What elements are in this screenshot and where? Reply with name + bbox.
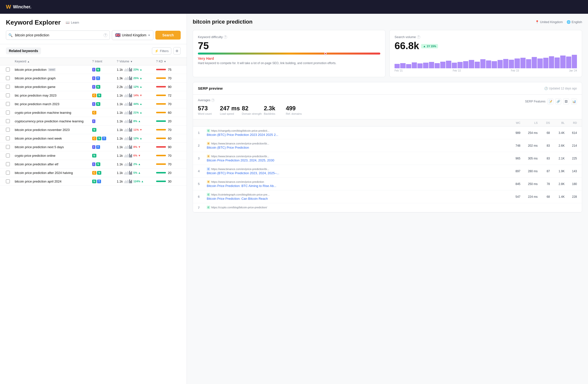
kd-bar: [156, 163, 166, 165]
average-item: 2.3k Backlinks: [264, 105, 284, 115]
volume-trend: 124% ▲: [133, 180, 144, 183]
row-checkbox[interactable]: [6, 171, 10, 175]
serp-rd: 228: [565, 195, 577, 199]
row-checkbox[interactable]: [6, 136, 10, 140]
kd-number: 30: [168, 180, 171, 183]
serp-feature-icon-1[interactable]: 📝: [547, 99, 553, 104]
right-panel: bitcoin price prediction 📍 United Kingdo…: [187, 14, 588, 384]
avg-value: 247 ms: [220, 105, 240, 112]
serp-results-list: 1 C https://changelly.com/blog/bitcoin-p…: [193, 126, 582, 212]
serp-domain: B https://www.binance.com/en/price-predi…: [207, 155, 506, 158]
serp-ls: 250 ms: [520, 182, 538, 186]
row-checkbox[interactable]: [6, 154, 10, 158]
chart-bar: [480, 59, 485, 68]
row-checkbox[interactable]: [6, 76, 10, 80]
volume-trend: 6% ▼: [133, 154, 141, 157]
help-icon-intent: ?: [92, 60, 94, 63]
chart-bar: [406, 64, 411, 68]
table-row: bitcoin price prediction game IN 2.2k 12…: [0, 82, 187, 91]
chart-bar: [532, 57, 537, 68]
volume-cell: 1.1k 124% ▲: [117, 179, 156, 183]
row-checkbox[interactable]: [6, 68, 10, 72]
row-checkbox[interactable]: [6, 93, 10, 97]
intent-badge: N: [97, 137, 101, 140]
kd-number: 70: [168, 154, 171, 158]
serp-link[interactable]: Bitcoin Price Prediction: BTC Aiming to …: [207, 184, 506, 188]
volume-cell: 1.1k 21% ▲: [117, 111, 156, 115]
intent-badge: T: [97, 180, 101, 183]
serp-link[interactable]: Bitcoin (BTC) Price Prediction 2023, 202…: [207, 171, 506, 175]
search-help-icon[interactable]: ?: [104, 33, 107, 37]
serp-feature-icon-3[interactable]: 🖼: [563, 99, 569, 104]
search-button[interactable]: Search: [155, 31, 181, 40]
table-row: bitcoin price prediction after 2024 halv…: [0, 168, 187, 177]
serp-ls: 224 ms: [520, 195, 538, 199]
serp-link[interactable]: Bitcoin Price Prediction: Can Bitcoin Re…: [207, 197, 506, 201]
volume-trend: 14% ▼: [133, 94, 142, 97]
search-input[interactable]: [6, 30, 110, 40]
volume-bars: [124, 162, 132, 166]
serp-feature-icon-2[interactable]: 🔗: [555, 99, 561, 104]
table-row: bitcoin price prediction next 5 days IT …: [0, 143, 187, 151]
filters-label: Filters: [160, 49, 169, 53]
row-checkbox[interactable]: [6, 145, 10, 149]
favicon: C: [207, 206, 210, 209]
keyword-cell: crypto price prediction machine learning: [15, 111, 92, 115]
main-layout: Keyword Explorer 📖 Learn 🔍 ? 🇬🇧 United K…: [0, 14, 588, 384]
col-keyword[interactable]: Keyword ▲: [15, 60, 92, 63]
row-checkbox[interactable]: [6, 128, 10, 132]
col-volume[interactable]: ? Volume ▼: [117, 60, 156, 63]
sv-help-icon[interactable]: ?: [417, 35, 420, 39]
kd-number: 20: [168, 171, 171, 175]
intent-badge: I: [92, 145, 95, 149]
keyword-text: bitcoin price prediction april 2024: [15, 180, 62, 183]
table-row: bitcoin price prediction after etf IN 1.…: [0, 160, 187, 168]
volume-cell: 1.1k 2% ▲: [117, 162, 156, 166]
intent-badge: C: [92, 111, 96, 115]
kd-bar: [156, 181, 166, 182]
serp-header: SERP preview 🕐 Updated 12 days ago: [193, 82, 582, 95]
row-checkbox[interactable]: [6, 179, 10, 183]
volume-number: 1.1k: [117, 111, 123, 115]
serp-ds: 83: [538, 157, 550, 160]
keyword-cell: bitcoin price prediction november 2023: [15, 128, 92, 132]
learn-button[interactable]: 📖 Learn: [64, 20, 81, 25]
volume-number: 1.1k: [117, 171, 123, 175]
averages-row: Averages ? 573 Word count 247 ms Load sp…: [193, 95, 582, 120]
table-row: bitcoin price prediction graph IT 1.3k 2…: [0, 74, 187, 82]
serp-link[interactable]: Bitcoin (BTC) Price Prediction: [207, 146, 506, 149]
serp-ls: 305 ms: [520, 157, 538, 160]
kd-cell: 90: [156, 145, 181, 149]
chart-bar: [486, 61, 491, 68]
kd-help-icon[interactable]: ?: [224, 35, 227, 39]
query-title: bitcoin price prediction: [193, 19, 252, 25]
row-checkbox[interactable]: [6, 162, 10, 166]
row-checkbox[interactable]: [6, 102, 10, 106]
serp-link[interactable]: Bitcoin (BTC) Price Prediction 2023 2024…: [207, 133, 506, 137]
volume-cell: 1.1k 23% ▲: [117, 68, 156, 72]
filters-button[interactable]: ⚡ Filters: [152, 47, 171, 55]
serp-ls: 254 ms: [520, 131, 538, 135]
volume-bars: [124, 154, 132, 158]
sort-icon: ▲: [27, 60, 30, 63]
avg-help-icon[interactable]: ?: [211, 99, 215, 102]
country-selector[interactable]: 🇬🇧 United Kingdom ▼: [112, 30, 154, 40]
location-meta: 📍 United Kingdom: [535, 20, 563, 24]
serp-feature-icon-4[interactable]: 📊: [571, 99, 577, 104]
col-kd[interactable]: ? KD ▼: [156, 60, 181, 63]
settings-button[interactable]: ⚙: [173, 47, 181, 55]
serp-rank: 7: [198, 206, 207, 210]
kd-bar: [156, 86, 166, 87]
serp-col-ds: DS: [538, 121, 550, 124]
kd-number: 72: [168, 94, 171, 97]
row-checkbox[interactable]: [6, 111, 10, 115]
serp-link[interactable]: Bitcoin Price Prediction 2023, 2024, 202…: [207, 159, 506, 162]
col-intent[interactable]: ? Intent: [92, 60, 117, 63]
volume-bars: [124, 145, 132, 149]
row-checkbox[interactable]: [6, 119, 10, 123]
intent-cell: NT: [92, 180, 117, 183]
row-checkbox[interactable]: [6, 85, 10, 89]
avg-value: 82: [242, 105, 262, 112]
keyword-cell: crypto price prediction online: [15, 154, 92, 158]
average-item: 573 Word count: [198, 105, 218, 115]
